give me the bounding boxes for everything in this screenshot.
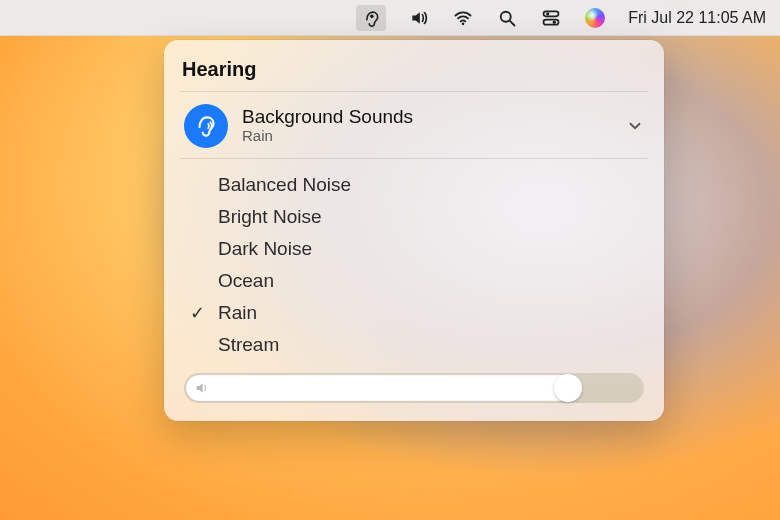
- control-center-icon[interactable]: [540, 7, 562, 29]
- svg-rect-6: [544, 19, 559, 24]
- sound-option[interactable]: Bright Noise: [184, 201, 644, 233]
- sound-label: Dark Noise: [218, 238, 312, 260]
- svg-point-0: [370, 14, 374, 18]
- sound-label: Balanced Noise: [218, 174, 351, 196]
- menubar: Fri Jul 22 11:05 AM: [0, 0, 780, 36]
- divider: [180, 91, 648, 92]
- chevron-down-icon: [626, 117, 644, 135]
- speaker-icon: [194, 380, 210, 396]
- panel-title: Hearing: [178, 54, 650, 91]
- svg-rect-4: [544, 11, 559, 16]
- svg-point-5: [546, 12, 549, 15]
- sound-option[interactable]: Stream: [184, 329, 644, 361]
- siri-icon[interactable]: [584, 7, 606, 29]
- volume-icon[interactable]: [408, 7, 430, 29]
- background-sounds-title: Background Sounds: [242, 107, 413, 128]
- sound-option[interactable]: Balanced Noise: [184, 169, 644, 201]
- sound-label: Stream: [218, 334, 279, 356]
- ear-sound-icon: [184, 104, 228, 148]
- hearing-icon[interactable]: [356, 5, 386, 31]
- sound-label: Bright Noise: [218, 206, 322, 228]
- sound-list: Balanced NoiseBright NoiseDark NoiseOcea…: [178, 167, 650, 373]
- menubar-clock[interactable]: Fri Jul 22 11:05 AM: [628, 9, 766, 27]
- divider: [180, 158, 648, 159]
- sound-label: Rain: [218, 302, 257, 324]
- sound-label: Ocean: [218, 270, 274, 292]
- wifi-icon[interactable]: [452, 7, 474, 29]
- background-sounds-text: Background Sounds Rain: [242, 107, 413, 146]
- volume-slider[interactable]: [184, 373, 644, 403]
- sound-option[interactable]: ✓Rain: [184, 297, 644, 329]
- background-sounds-subtitle: Rain: [242, 127, 413, 145]
- volume-slider-row: [178, 373, 650, 403]
- sound-option[interactable]: Dark Noise: [184, 233, 644, 265]
- sound-option[interactable]: Ocean: [184, 265, 644, 297]
- search-icon[interactable]: [496, 7, 518, 29]
- hearing-panel: Hearing Background Sounds Rain Balanced …: [164, 40, 664, 421]
- background-sounds-row[interactable]: Background Sounds Rain: [178, 102, 650, 158]
- svg-point-1: [462, 22, 465, 25]
- svg-line-3: [510, 20, 515, 25]
- volume-slider-fill: [186, 375, 582, 401]
- volume-slider-knob[interactable]: [554, 374, 582, 402]
- svg-point-7: [553, 20, 556, 23]
- checkmark-icon: ✓: [184, 302, 210, 324]
- svg-point-2: [501, 11, 511, 21]
